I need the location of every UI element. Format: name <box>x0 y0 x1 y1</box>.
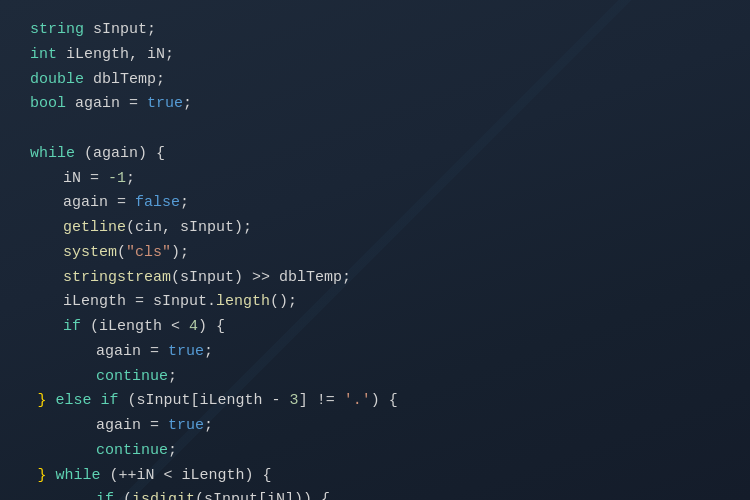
keyword-while-2: while <box>56 467 101 484</box>
code-line-14: again = true; <box>30 340 720 365</box>
char-dot: '.' <box>344 392 371 409</box>
keyword-double: double <box>30 71 84 88</box>
num-3: 3 <box>290 392 299 409</box>
code-line-16: } else if (sInput[iLength - 3] != '.') { <box>30 389 720 414</box>
code-line-5 <box>30 117 720 142</box>
keyword-else: else <box>56 392 92 409</box>
keyword-if-2: if <box>101 392 119 409</box>
closing-brace: } <box>38 392 47 409</box>
keyword-int: int <box>30 46 57 63</box>
code-line-4: bool again = true; <box>30 92 720 117</box>
code-line-8: again = false; <box>30 191 720 216</box>
fn-getline: getline <box>63 219 126 236</box>
keyword-string: string <box>30 21 84 38</box>
code-line-19: } while (++iN < iLength) { <box>30 464 720 489</box>
code-line-3: double dblTemp; <box>30 68 720 93</box>
code-editor: string sInput; int iLength, iN; double d… <box>0 0 750 500</box>
keyword-bool: bool <box>30 95 66 112</box>
bool-true-3: true <box>168 417 204 434</box>
bool-false: false <box>135 194 180 211</box>
fn-system: system <box>63 244 117 261</box>
code-line-18: continue; <box>30 439 720 464</box>
bool-true: true <box>147 95 183 112</box>
code-line-13: if (iLength < 4) { <box>30 315 720 340</box>
code-line-6: while (again) { <box>30 142 720 167</box>
code-line-11: stringstream(sInput) >> dblTemp; <box>30 266 720 291</box>
code-line-17: again = true; <box>30 414 720 439</box>
fn-stringstream: stringstream <box>63 269 171 286</box>
keyword-continue: continue <box>96 368 168 385</box>
num-4: 4 <box>189 318 198 335</box>
str-cls: "cls" <box>126 244 171 261</box>
keyword-while: while <box>30 145 75 162</box>
code-line-9: getline(cin, sInput); <box>30 216 720 241</box>
code-line-2: int iLength, iN; <box>30 43 720 68</box>
keyword-if-3: if <box>96 491 114 500</box>
code-line-20: if (isdigit(sInput[iN])) { <box>30 488 720 500</box>
fn-isdigit: isdigit <box>132 491 195 500</box>
code-line-12: iLength = sInput.length(); <box>30 290 720 315</box>
keyword-if: if <box>63 318 81 335</box>
keyword-continue-2: continue <box>96 442 168 459</box>
code-line-1: string sInput; <box>30 18 720 43</box>
code-line-7: iN = -1; <box>30 167 720 192</box>
code-line-15: continue; <box>30 365 720 390</box>
num-neg1: -1 <box>108 170 126 187</box>
closing-brace-2: } <box>38 467 47 484</box>
bool-true-2: true <box>168 343 204 360</box>
fn-length: length <box>216 293 270 310</box>
code-line-10: system("cls"); <box>30 241 720 266</box>
